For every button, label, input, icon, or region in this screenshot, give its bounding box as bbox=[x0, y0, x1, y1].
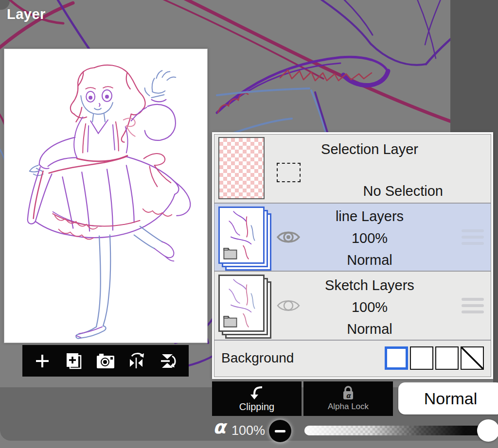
swatch-transparent-dark[interactable] bbox=[435, 346, 459, 370]
selection-layer-title: Selection Layer bbox=[297, 141, 442, 157]
layer-opacity[interactable]: 100% bbox=[297, 299, 442, 315]
duplicate-layer-icon[interactable] bbox=[63, 351, 85, 371]
clipping-button[interactable]: Clipping bbox=[212, 381, 302, 416]
camera-import-icon[interactable] bbox=[95, 351, 116, 371]
layer-blend-mode[interactable]: Normal bbox=[297, 252, 442, 268]
line-layers-thumbnail[interactable] bbox=[218, 207, 265, 264]
canvas-preview[interactable] bbox=[4, 49, 208, 343]
selection-layer-thumbnail[interactable] bbox=[218, 137, 265, 199]
add-layer-icon[interactable] bbox=[32, 351, 53, 371]
swatch-white[interactable] bbox=[385, 346, 408, 370]
layer-title: Sketch Layers bbox=[297, 277, 442, 293]
clipping-label: Clipping bbox=[239, 401, 274, 413]
layer-row-line-layers[interactable]: line Layers 100% Normal bbox=[214, 204, 491, 271]
layer-panel: Selection Layer No Selection bbox=[212, 132, 493, 379]
character-sketch bbox=[4, 49, 206, 342]
selection-marquee-icon bbox=[277, 163, 301, 182]
app-backdrop-right-sliver bbox=[493, 133, 498, 388]
alpha-lock-label: Alpha Lock bbox=[328, 402, 369, 412]
clipping-arrow-icon bbox=[249, 385, 265, 400]
background-label: Background bbox=[221, 350, 294, 366]
canvas-toolbar bbox=[22, 345, 189, 377]
opacity-slider-track[interactable] bbox=[304, 426, 492, 435]
alpha-lock-button[interactable]: α Alpha Lock bbox=[303, 381, 393, 416]
layer-blend-mode[interactable]: Normal bbox=[297, 321, 442, 337]
drag-handle-icon[interactable] bbox=[462, 298, 484, 313]
flip-horizontal-icon[interactable] bbox=[126, 351, 148, 371]
selection-layer-row[interactable]: Selection Layer No Selection bbox=[214, 135, 491, 203]
blend-mode-selector[interactable]: Normal bbox=[398, 382, 498, 414]
opacity-slider-thumb[interactable] bbox=[477, 419, 498, 442]
opacity-decrease-button[interactable] bbox=[269, 420, 291, 442]
alpha-symbol: α bbox=[213, 418, 226, 436]
layer-row-sketch-layers[interactable]: Sketch Layers 100% Normal bbox=[214, 272, 491, 340]
opacity-value: 100% bbox=[231, 423, 265, 438]
layer-opacity[interactable]: 100% bbox=[297, 230, 442, 246]
selection-status: No Selection bbox=[297, 183, 443, 199]
swatch-none[interactable] bbox=[461, 346, 484, 370]
alpha-lock-icon: α bbox=[340, 386, 356, 400]
drag-handle-icon[interactable] bbox=[462, 229, 484, 245]
flip-vertical-icon[interactable] bbox=[158, 351, 179, 371]
minus-icon bbox=[275, 430, 285, 432]
page-title: Layer bbox=[7, 6, 46, 22]
background-row[interactable]: Background bbox=[214, 341, 491, 376]
layer-title: line Layers bbox=[297, 208, 442, 224]
background-swatches bbox=[385, 346, 484, 370]
swatch-transparent-light[interactable] bbox=[410, 346, 433, 370]
sketch-layers-thumbnail[interactable] bbox=[218, 275, 265, 332]
app-backdrop-right bbox=[450, 0, 498, 133]
svg-text:α: α bbox=[346, 392, 351, 399]
app-window: Layer bbox=[0, 0, 498, 448]
